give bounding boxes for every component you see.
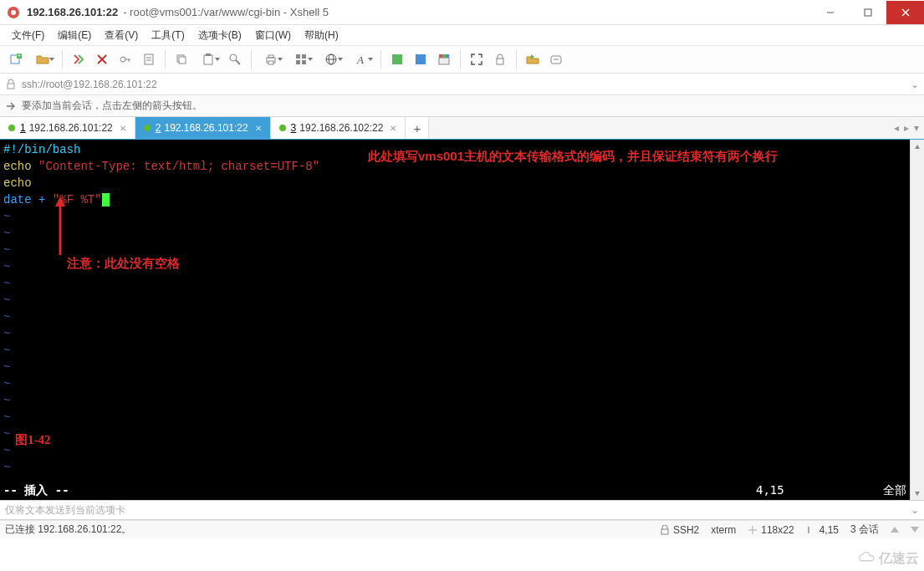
watermark: 亿速云 <box>857 549 919 568</box>
compose-input[interactable]: 仅将文本发送到当前选项卡 ⌄ <box>0 500 924 520</box>
properties-icon[interactable] <box>138 48 160 70</box>
statusbar: 已连接 192.168.26.101:22。 SSH2 xterm 118x22… <box>0 520 924 538</box>
titlebar: 192.168.26.101:22 - root@vms001:/var/www… <box>0 0 924 25</box>
tab-close-icon[interactable]: ✕ <box>255 124 262 133</box>
svg-rect-24 <box>268 55 273 58</box>
status-sessions: 3 会话 <box>850 523 879 537</box>
compose-icon[interactable] <box>545 48 567 70</box>
menu-edit[interactable]: 编辑(E) <box>53 27 96 44</box>
svg-rect-39 <box>439 58 449 64</box>
svg-rect-3 <box>865 9 871 16</box>
app-icon <box>7 6 20 19</box>
svg-rect-38 <box>446 54 449 58</box>
tab-add-button[interactable]: + <box>406 117 429 139</box>
close-button[interactable] <box>886 1 924 24</box>
vim-cursor-pos: 4,15 <box>756 483 856 498</box>
figure-label: 图1-42 <box>15 431 51 448</box>
lock-icon[interactable] <box>489 48 511 70</box>
address-lock-icon <box>5 79 17 90</box>
arrow-add-icon[interactable] <box>5 100 17 112</box>
svg-rect-37 <box>442 54 446 58</box>
svg-point-21 <box>230 54 237 61</box>
terminal-scrollbar[interactable] <box>910 140 924 500</box>
sessions-up-icon[interactable] <box>891 527 899 533</box>
vim-mode: -- 插入 -- <box>3 483 69 498</box>
menu-file[interactable]: 文件(F) <box>7 27 49 44</box>
svg-rect-34 <box>392 54 402 64</box>
menu-view[interactable]: 查看(V) <box>100 27 143 44</box>
menu-help[interactable]: 帮助(H) <box>299 27 344 44</box>
find-icon[interactable] <box>224 48 246 70</box>
color-custom-icon[interactable] <box>433 48 455 70</box>
status-dot-icon <box>144 125 151 131</box>
svg-rect-27 <box>302 54 306 59</box>
status-dot-icon <box>279 125 286 131</box>
status-termtype: xterm <box>711 524 736 536</box>
svg-line-22 <box>236 60 240 64</box>
title-main: 192.168.26.101:22 <box>27 6 118 18</box>
svg-rect-43 <box>8 84 14 89</box>
session-tab-2[interactable]: 2 192.168.26.101:22 ✕ <box>135 117 271 139</box>
encoding-icon[interactable] <box>317 48 345 70</box>
svg-rect-40 <box>497 59 503 64</box>
annotation-top: 此处填写vms001主机的文本传输格式的编码，并且保证结束符有两个换行 <box>368 148 778 165</box>
svg-rect-49 <box>808 527 809 533</box>
layout-icon[interactable] <box>287 48 315 70</box>
title-sub: - root@vms001:/var/www/cgi-bin - Xshell … <box>123 6 329 18</box>
color-blue-icon[interactable] <box>410 48 431 70</box>
session-tab-1[interactable]: 1 192.168.26.101:22 ✕ <box>0 117 135 139</box>
compose-dropdown-icon[interactable]: ⌄ <box>911 504 919 516</box>
session-tab-3[interactable]: 3 192.168.26.102:22 ✕ <box>271 117 406 139</box>
address-text: ssh://root@192.168.26.101:22 <box>22 79 911 90</box>
xftp-icon[interactable] <box>522 48 544 70</box>
menu-window[interactable]: 窗口(W) <box>250 27 296 44</box>
svg-text:A: A <box>356 54 364 66</box>
terminal[interactable]: #!/bin/bash echo "Content-Type: text/htm… <box>0 140 910 483</box>
toolbar: + A <box>0 45 924 74</box>
address-dropdown-icon[interactable]: ⌄ <box>911 79 919 90</box>
sessions-down-icon[interactable] <box>911 527 919 533</box>
svg-text:+: + <box>18 53 21 59</box>
vim-scroll-pct: 全部 <box>856 483 906 498</box>
tab-list-icon[interactable]: ▾ <box>914 122 919 134</box>
svg-marker-45 <box>55 196 65 206</box>
key-icon[interactable] <box>115 48 136 70</box>
menu-tools[interactable]: 工具(T) <box>146 27 189 44</box>
copy-icon[interactable] <box>171 48 192 70</box>
minimize-button[interactable] <box>811 1 849 24</box>
disconnect-icon[interactable] <box>91 48 113 70</box>
svg-rect-36 <box>439 54 442 58</box>
open-session-icon[interactable] <box>28 48 57 70</box>
tab-close-icon[interactable]: ✕ <box>120 124 126 133</box>
svg-marker-46 <box>915 145 920 149</box>
hint-text: 要添加当前会话，点击左侧的箭头按钮。 <box>22 99 202 113</box>
print-icon[interactable] <box>257 48 285 70</box>
terminal-wrap: #!/bin/bash echo "Content-Type: text/htm… <box>0 140 924 500</box>
tab-row: 1 192.168.26.101:22 ✕ 2 192.168.26.101:2… <box>0 117 924 140</box>
svg-rect-18 <box>179 57 186 64</box>
status-connection: 已连接 192.168.26.101:22。 <box>5 523 648 537</box>
tab-prev-icon[interactable]: ◂ <box>894 122 899 134</box>
address-bar[interactable]: ssh://root@192.168.26.101:22 ⌄ <box>0 74 924 95</box>
scroll-down-icon[interactable] <box>911 486 924 500</box>
color-green-icon[interactable] <box>386 48 408 70</box>
scroll-up-icon[interactable] <box>911 140 924 154</box>
maximize-button[interactable] <box>849 1 886 24</box>
caret-icon <box>806 525 816 535</box>
svg-point-1 <box>11 10 16 15</box>
cursor-icon <box>102 193 110 206</box>
tab-close-icon[interactable]: ✕ <box>390 124 396 133</box>
svg-rect-35 <box>416 54 426 64</box>
compose-placeholder: 仅将文本发送到当前选项卡 <box>5 503 911 517</box>
font-icon[interactable]: A <box>347 48 375 70</box>
size-icon <box>748 525 758 535</box>
tab-next-icon[interactable]: ▸ <box>904 122 909 134</box>
svg-point-11 <box>120 57 125 62</box>
menu-tabs[interactable]: 选项卡(B) <box>193 27 247 44</box>
fullscreen-icon[interactable] <box>466 48 488 70</box>
reconnect-icon[interactable] <box>68 48 89 70</box>
lock-icon <box>660 525 670 535</box>
svg-rect-19 <box>204 55 212 64</box>
new-session-icon[interactable]: + <box>5 48 27 70</box>
paste-icon[interactable] <box>194 48 222 70</box>
